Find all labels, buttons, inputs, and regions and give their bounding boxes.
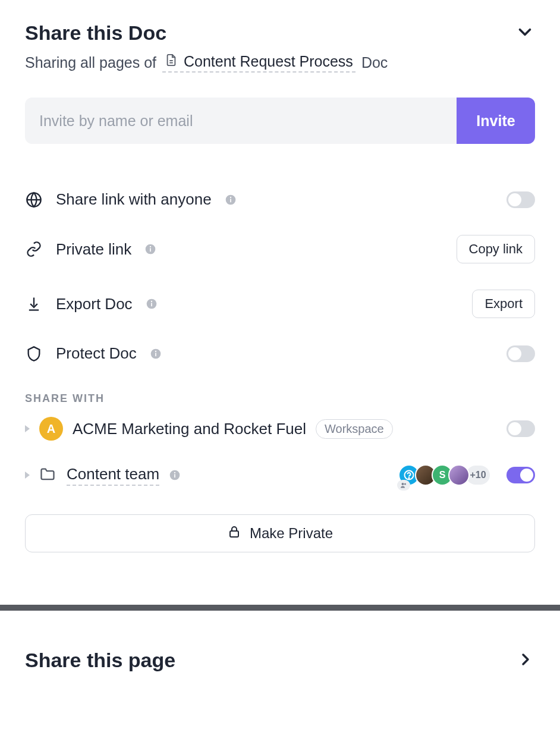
document-icon <box>165 53 178 70</box>
section-divider <box>0 605 560 611</box>
info-icon[interactable] <box>225 194 237 206</box>
chevron-down-icon[interactable] <box>515 22 535 45</box>
svg-rect-18 <box>174 474 175 477</box>
info-icon[interactable] <box>146 298 158 310</box>
svg-rect-24 <box>230 531 238 537</box>
info-icon[interactable] <box>169 469 181 481</box>
workspace-avatar: A <box>39 417 63 441</box>
export-doc-label: Export Doc <box>56 295 133 313</box>
share-doc-title: Share this Doc <box>25 21 166 45</box>
make-private-label: Make Private <box>250 525 333 542</box>
protect-doc-toggle[interactable] <box>506 345 535 362</box>
globe-icon <box>25 191 43 209</box>
svg-point-23 <box>404 483 406 485</box>
avatar <box>448 464 470 486</box>
info-icon[interactable] <box>144 243 156 255</box>
download-icon <box>25 295 43 313</box>
share-link-label: Share link with anyone <box>56 190 212 209</box>
svg-rect-12 <box>151 303 152 306</box>
expand-caret-icon[interactable] <box>25 472 30 479</box>
invite-button[interactable]: Invite <box>457 98 535 144</box>
invite-input[interactable] <box>25 98 457 144</box>
make-private-button[interactable]: Make Private <box>25 514 535 552</box>
sub-prefix: Sharing all pages of <box>25 54 156 71</box>
share-doc-subtitle: Sharing all pages of Content Request Pro… <box>25 53 535 73</box>
people-sub-icon <box>397 480 410 491</box>
chevron-right-icon[interactable] <box>516 650 535 671</box>
svg-point-19 <box>174 472 175 473</box>
link-icon <box>25 240 43 258</box>
private-link-label: Private link <box>56 240 131 259</box>
svg-point-22 <box>402 483 404 485</box>
workspace-share-toggle[interactable] <box>506 420 535 437</box>
share-link-toggle[interactable] <box>506 191 535 208</box>
export-button[interactable]: Export <box>472 290 535 318</box>
svg-point-16 <box>155 350 156 351</box>
expand-caret-icon[interactable] <box>25 425 30 432</box>
shield-icon <box>25 345 43 363</box>
svg-point-13 <box>150 301 152 302</box>
doc-name: Content Request Process <box>184 53 353 70</box>
folder-name[interactable]: Content team <box>67 465 159 486</box>
workspace-badge: Workspace <box>316 419 393 439</box>
copy-link-button[interactable]: Copy link <box>457 235 535 263</box>
svg-point-21 <box>408 477 409 478</box>
doc-chip[interactable]: Content Request Process <box>162 53 355 73</box>
svg-rect-15 <box>155 353 156 356</box>
info-icon[interactable] <box>150 348 162 360</box>
protect-doc-label: Protect Doc <box>56 344 137 363</box>
workspace-name[interactable]: ACME Marketing and Rocket Fuel <box>73 420 306 438</box>
svg-point-6 <box>229 196 231 197</box>
share-with-heading: SHARE WITH <box>25 392 535 405</box>
folder-icon <box>39 466 57 484</box>
member-avatars[interactable]: S +10 <box>403 464 490 486</box>
svg-rect-5 <box>230 199 231 202</box>
svg-rect-8 <box>150 248 151 252</box>
avatar-more-count[interactable]: +10 <box>466 466 490 485</box>
sub-suffix: Doc <box>361 54 388 71</box>
lock-icon <box>227 524 241 542</box>
share-page-title: Share this page <box>25 649 175 672</box>
svg-point-9 <box>150 246 151 247</box>
folder-share-toggle[interactable] <box>506 467 535 483</box>
